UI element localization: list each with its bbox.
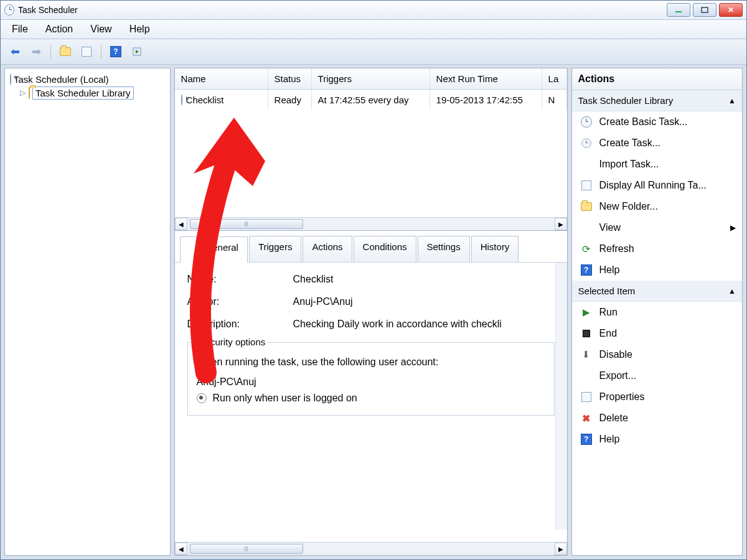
scroll-left-icon[interactable]: ◀ [175, 218, 187, 230]
tab-settings[interactable]: Settings [418, 236, 470, 262]
toolbar: ⬅ ➡ ? [1, 39, 746, 65]
run-logged-on-radio[interactable]: Run only when user is logged on [197, 393, 545, 404]
menu-bar: File Action View Help [1, 20, 746, 39]
window-controls: ✕ [667, 3, 743, 17]
menu-view[interactable]: View [83, 21, 119, 37]
action-run[interactable]: ▶Run [572, 302, 742, 323]
action-label: Export... [599, 370, 637, 381]
close-button[interactable]: ✕ [719, 3, 743, 17]
svg-rect-1 [702, 7, 708, 12]
task-status: Ready [268, 90, 312, 110]
grid-hscrollbar[interactable]: ◀ ▶ [175, 217, 567, 230]
properties-icon [581, 391, 592, 403]
body-area: Task Scheduler (Local) ▷ Task Scheduler … [1, 64, 746, 559]
action-label: View [599, 222, 621, 233]
actions-section-selected[interactable]: Selected Item ▲ [572, 281, 742, 302]
scroll-right-icon[interactable]: ▶ [555, 218, 567, 230]
play-icon: ▶ [581, 307, 592, 318]
tab-history[interactable]: History [471, 236, 519, 262]
clock-icon [581, 116, 592, 128]
action-delete[interactable]: ✖Delete [572, 408, 742, 429]
detail-vscrollbar[interactable] [555, 263, 567, 530]
properties-button[interactable] [77, 42, 96, 61]
nav-forward-button[interactable]: ➡ [27, 42, 45, 61]
task-last-run: N [542, 90, 567, 110]
col-triggers[interactable]: Triggers [312, 68, 430, 89]
action-label: Display All Running Ta... [599, 180, 707, 191]
help-icon: ? [581, 264, 592, 276]
action-view[interactable]: View▶ [572, 217, 742, 238]
menu-action[interactable]: Action [38, 21, 80, 37]
action-display-running[interactable]: Display All Running Ta... [572, 175, 742, 196]
tree-library[interactable]: ▷ Task Scheduler Library [19, 86, 166, 100]
action-import-task[interactable]: Import Task... [572, 154, 742, 175]
folder-icon [29, 88, 30, 98]
grid-header-row: Name Status Triggers Next Run Time La [175, 68, 567, 90]
tab-triggers[interactable]: Triggers [249, 236, 301, 262]
action-label: Properties [599, 391, 645, 403]
submenu-arrow-icon: ▶ [730, 223, 736, 232]
tree-root-label: Task Scheduler (Local) [14, 74, 109, 85]
scroll-thumb[interactable] [190, 544, 303, 554]
action-disable[interactable]: ⬇Disable [572, 344, 742, 365]
tab-general[interactable]: General [180, 236, 248, 263]
action-label: Import Task... [599, 159, 659, 170]
action-new-folder[interactable]: New Folder... [572, 196, 742, 217]
action-create-task[interactable]: Create Task... [572, 133, 742, 154]
minimize-button[interactable] [667, 3, 690, 17]
up-button[interactable] [56, 42, 75, 61]
author-value: Anuj-PC\Anuj [293, 296, 353, 307]
detail-hscrollbar[interactable]: ◀ ▶ [175, 542, 567, 555]
col-name[interactable]: Name [175, 68, 268, 89]
col-last-run[interactable]: La [542, 68, 567, 89]
delete-icon: ✖ [581, 413, 592, 424]
grid-body: Checklist Ready At 17:42:55 every day 19… [175, 90, 567, 217]
scroll-right-icon[interactable]: ▶ [555, 543, 567, 555]
task-clock-icon [181, 95, 182, 105]
maximize-button[interactable] [693, 3, 716, 17]
action-label: Help [599, 434, 620, 445]
name-value: Checklist [293, 274, 334, 285]
action-help[interactable]: ?Help [572, 259, 742, 281]
action-label: Run [599, 307, 618, 318]
scroll-track[interactable] [187, 543, 555, 554]
tab-conditions[interactable]: Conditions [354, 236, 416, 262]
description-label: Description: [187, 319, 293, 330]
scroll-thumb[interactable] [190, 219, 303, 229]
action-help-2[interactable]: ?Help [572, 429, 742, 450]
title-bar: Task Scheduler ✕ [1, 1, 746, 20]
scroll-track[interactable] [187, 218, 555, 230]
task-row[interactable]: Checklist Ready At 17:42:55 every day 19… [175, 90, 567, 110]
menu-file[interactable]: File [4, 21, 35, 37]
detail-tabs: General Triggers Actions Conditions Sett… [175, 231, 567, 263]
action-label: Help [599, 264, 620, 276]
security-options-group: Security options When running the task, … [187, 342, 555, 416]
nav-back-button[interactable]: ⬅ [6, 42, 24, 61]
name-label: Name: [187, 274, 293, 285]
menu-help[interactable]: Help [122, 21, 157, 37]
action-end[interactable]: End [572, 323, 742, 344]
expand-icon[interactable]: ▷ [20, 88, 26, 97]
run-button[interactable] [128, 42, 146, 61]
app-window: Task Scheduler ✕ File Action View Help ⬅… [0, 0, 747, 560]
help-button[interactable]: ? [106, 42, 125, 61]
scroll-left-icon[interactable]: ◀ [175, 543, 187, 555]
app-clock-icon [4, 5, 14, 15]
action-label: Create Basic Task... [599, 116, 688, 128]
svg-rect-0 [675, 11, 682, 12]
tree-pane: Task Scheduler (Local) ▷ Task Scheduler … [4, 68, 171, 556]
action-export[interactable]: Export... [572, 365, 742, 386]
action-properties[interactable]: Properties [572, 386, 742, 408]
security-account: Anuj-PC\Anuj [197, 376, 545, 388]
col-next-run[interactable]: Next Run Time [430, 68, 542, 89]
tab-actions[interactable]: Actions [303, 236, 352, 262]
action-refresh[interactable]: ⟳Refresh [572, 238, 742, 259]
folder-icon [581, 201, 592, 212]
col-status[interactable]: Status [268, 68, 312, 89]
tree-root[interactable]: Task Scheduler (Local) [9, 72, 166, 86]
task-name: Checklist [186, 95, 224, 105]
actions-section-library[interactable]: Task Scheduler Library ▲ [572, 90, 742, 111]
action-create-basic-task[interactable]: Create Basic Task... [572, 111, 742, 133]
toolbar-separator [101, 44, 101, 59]
section-label: Selected Item [578, 286, 636, 296]
